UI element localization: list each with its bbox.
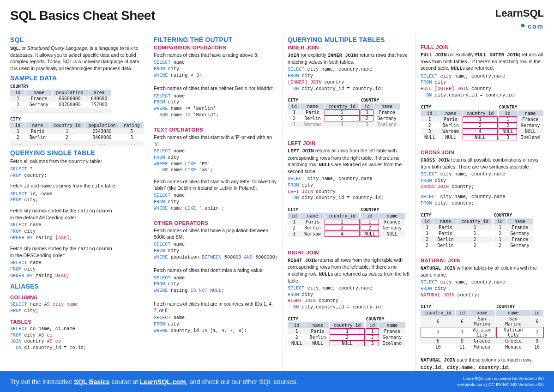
label-country: COUNTRY	[10, 84, 144, 89]
full-join-diagram: CITYidnamecountry_id1Paris12Berlin23Wars…	[421, 103, 544, 143]
code-select-cols: SELECT id, name FROM city;	[10, 191, 144, 204]
h-sample: SAMPLE DATA	[10, 74, 144, 82]
code-left: SELECT city.name, country.name FROM city…	[288, 176, 411, 201]
h-filter: FILTERING THE OUTPUT	[154, 36, 278, 43]
cross-join-diagram: CITYidnamecountry_id1Paris11Paris12Berli…	[421, 211, 544, 251]
footer: Try out the interactive SQL Basics cours…	[0, 371, 554, 392]
column-2: FILTERING THE OUTPUT COMPARISON OPERATOR…	[149, 33, 283, 386]
footer-right: LearnSQL.com is owned by Vertabelo SAver…	[458, 376, 544, 387]
column-4: FULL JOIN FULL JOIN (or explicitly FULL …	[416, 33, 544, 386]
page-title: SQL Basics Cheat Sheet	[10, 8, 155, 23]
code-cross-2: SELECT city.name, country.name FROM city…	[421, 194, 544, 207]
code-inner: SELECT city.name, country.name FROM city…	[288, 66, 411, 92]
h-left: LEFT JOIN	[288, 140, 411, 146]
h-natural: NATURAL JOIN	[421, 258, 544, 263]
code-other-3: SELECT name FROM city WHERE country_id I…	[154, 315, 278, 334]
footer-link-1[interactable]: SQL Basics	[74, 378, 110, 386]
h-cross: CROSS JOIN	[421, 150, 544, 155]
code-cross-1: SELECT city.name, country.name FROM city…	[421, 171, 544, 190]
h-single: QUERYING SINGLE TABLE	[10, 149, 144, 157]
code-orderby-desc: SELECT name FROM city ORDER BY rating DE…	[10, 260, 144, 279]
footer-text: Try out the interactive SQL Basics cours…	[10, 378, 298, 386]
h-other: OTHER OPERATORS	[154, 220, 278, 226]
right-join-diagram: CITYidnamecountry_id1Paris12Berlin2NULLN…	[288, 314, 411, 349]
natural-join-diagram: CITYcountry_ididname66San Marino77Vatica…	[421, 302, 544, 353]
code-text-1: SELECT name FROM city WHERE name LIKE 'P…	[154, 148, 278, 174]
h-inner: INNER JOIN	[288, 45, 411, 50]
table-city: idnamecountry_idpopulationrating 1Paris1…	[10, 122, 144, 146]
h-aliases-cols: COLUMNS	[10, 295, 144, 300]
inner-join-diagram: CITYidnamecountry_id1Paris12Berlin23Wars…	[288, 96, 411, 130]
code-full: SELECT city.name, country.name FROM city…	[421, 73, 544, 99]
code-comp-1: SELECT name FROM city WHERE rating > 3;	[154, 60, 278, 78]
h-right: RIGHT JOIN	[288, 250, 411, 255]
code-text-2: SELECT name FROM city WHERE name LIKE '_…	[154, 193, 278, 211]
code-right: SELECT city.name, country.name FROM city…	[288, 285, 411, 311]
footer-link-2[interactable]: LearnSQL.com	[140, 378, 186, 386]
column-1: SQL SQL, or Structured Query Language, i…	[10, 33, 149, 386]
code-other-2: SELECT name FROM city WHERE rating IS NO…	[154, 275, 278, 294]
code-alias-col: SELECT name AS city_name FROM city;	[10, 302, 144, 314]
h-comp: COMPARISON OPERATORS	[154, 45, 278, 50]
p-sql: SQL, or Structured Query Language, is a …	[10, 45, 144, 72]
h-mult: QUERYING MULTIPLE TABLES	[288, 36, 411, 43]
h-sql: SQL	[10, 36, 144, 43]
logo: LearnSQL • com	[495, 8, 544, 30]
h-aliases: ALIASES	[10, 283, 144, 290]
h-full: FULL JOIN	[421, 44, 544, 50]
label-city: CITY	[10, 116, 144, 121]
h-text: TEXT OPERATORS	[154, 127, 278, 133]
table-country: idnamepopulationarea 1France666000006406…	[10, 90, 111, 114]
code-alias-table: SELECT co.name, ci.name FROM city AS ci …	[10, 326, 144, 351]
code-natural: SELECT city.name, country.name FROM city…	[421, 279, 544, 298]
column-3: QUERYING MULTIPLE TABLES INNER JOIN JOIN…	[283, 33, 416, 386]
h-aliases-tables: TABLES	[10, 319, 144, 325]
left-join-diagram: CITYidnamecountry_id1Paris12Berlin23Wars…	[288, 205, 411, 240]
code-comp-2: SELECT name FROM city WHERE name != 'Ber…	[154, 93, 278, 119]
code-orderby-asc: SELECT name FROM city ORDER BY rating [A…	[10, 222, 144, 241]
code-select-all: SELECT * FROM country;	[10, 166, 144, 179]
code-other-1: SELECT name FROM city WHERE population B…	[154, 241, 278, 260]
